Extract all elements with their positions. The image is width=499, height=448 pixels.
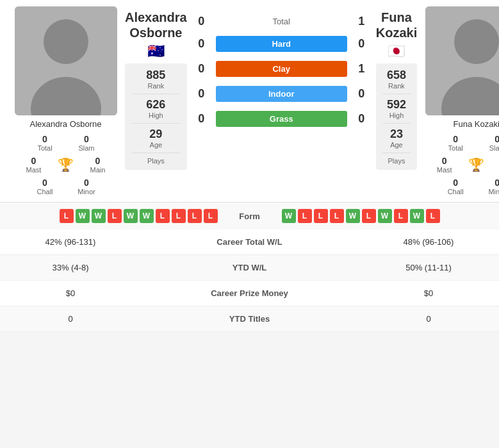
player1-main-value: 0 (95, 156, 101, 166)
player1-main-group: 0 Main (80, 156, 115, 174)
form-section: LWWLWWLLLL Form WLLLWLWLWL (0, 202, 499, 229)
ytd-wl-label: YTD W/L (141, 255, 358, 281)
form-badge-w: W (124, 209, 138, 223)
player1-age-item: 29 Age (149, 128, 162, 149)
player2-high-item: 592 High (387, 98, 406, 119)
stats-table: 42% (96-131) Career Total W/L 48% (96-10… (0, 229, 499, 332)
form-badge-l: L (60, 209, 74, 223)
total-label: Total (209, 17, 354, 26)
trophy1-icon: 🏆 (58, 157, 74, 172)
player1-high-label: High (146, 112, 165, 119)
player1-minor-group: 0 Minor (69, 178, 104, 195)
player2-slam-label: Slam (489, 144, 499, 152)
player1-avatar (15, 6, 117, 115)
player2-rank-label: Rank (387, 82, 406, 90)
player1-career-wl: 42% (96-131) (0, 229, 141, 255)
form-label: Form (224, 212, 275, 221)
form-badge-l: L (108, 209, 122, 223)
player1-rank-label: Rank (146, 82, 165, 90)
player1-stats: 0 Total 0 Slam 0 Mast 🏆 0 (6, 131, 125, 195)
player2-plays-label: Plays (388, 157, 405, 165)
player2-age-value: 23 (390, 128, 403, 141)
form-badge-l: L (156, 209, 170, 223)
form-badge-l: L (204, 209, 218, 223)
player1-slam-value: 0 (84, 134, 89, 144)
total-score-p2: 1 (354, 15, 370, 28)
player2-plays-item: Plays (388, 157, 405, 165)
form-badge-l: L (298, 209, 312, 223)
player1-flag: 🇦🇺 (147, 43, 165, 60)
form-badge-l: L (426, 209, 440, 223)
player1-age-value: 29 (149, 128, 162, 141)
player2-minor-group: 0 Minor (480, 178, 499, 195)
player2-chall-value: 0 (453, 178, 458, 188)
player2-name: Funa Kozaki (454, 119, 499, 129)
grass-badge: Grass (216, 111, 347, 127)
player1-name: Alexandra Osborne (29, 119, 101, 129)
player1-plays-item: Plays (147, 157, 165, 165)
player1-titles: 0 (0, 306, 141, 332)
player1-total-value: 0 (42, 134, 47, 144)
titles-row: 0 YTD Titles 0 (0, 306, 499, 332)
prize-row: $0 Career Prize Money $0 (0, 281, 499, 306)
divider2 (131, 123, 181, 124)
player1-middle: Alexandra Osborne 🇦🇺 885 Rank 626 High 2… (125, 6, 187, 195)
form-badge-w: W (76, 209, 90, 223)
grass-score-p2: 0 (354, 112, 370, 126)
player2-age-label: Age (390, 141, 403, 149)
player2-titles: 0 (358, 306, 499, 332)
player1-rank-value: 885 (146, 69, 165, 82)
player2-flag: 🇯🇵 (388, 43, 405, 60)
form-badge-l: L (394, 209, 408, 223)
hard-score-p2: 0 (354, 37, 370, 51)
total-score-p1: 0 (193, 15, 209, 28)
player2-career-wl: 48% (96-106) (358, 229, 499, 255)
player2-high-value: 592 (387, 98, 406, 112)
total-row: 0 Total 1 (187, 10, 376, 33)
form-badge-l: L (314, 209, 328, 223)
career-wl-row: 42% (96-131) Career Total W/L 48% (96-10… (0, 229, 499, 255)
divider3 (131, 153, 181, 153)
player2-total-value: 0 (453, 134, 458, 144)
trophy2-icon: 🏆 (468, 157, 484, 172)
player2-stats: 0 Total 0 Slam 0 Mast 🏆 0 (417, 131, 499, 195)
clay-score-p2: 1 (354, 62, 370, 76)
player1-slam-group: 0 Slam (69, 134, 104, 152)
career-wl-label: Career Total W/L (141, 229, 358, 255)
player1-minor-label: Minor (78, 188, 95, 195)
player1-minor-value: 0 (84, 178, 89, 188)
player1-plays-label: Plays (147, 157, 165, 165)
player2-mast-value: 0 (442, 156, 447, 166)
player1-total-label: Total (37, 144, 52, 152)
player2-ytd-wl: 50% (11-11) (358, 255, 499, 281)
center-column: 0 Total 1 0 Hard 0 0 Clay 1 0 Indoor 0 0 (187, 6, 376, 195)
player1-chall-label: Chall (37, 188, 53, 195)
player2-form-badges: WLLLWLWLWL (282, 209, 490, 223)
player1-chall-value: 0 (42, 178, 47, 188)
player2-minor-label: Minor (488, 188, 499, 195)
form-badge-w: W (410, 209, 424, 223)
prize-label: Career Prize Money (141, 281, 358, 306)
form-badge-w: W (282, 209, 296, 223)
form-badge-l: L (188, 209, 202, 223)
player1-slam-label: Slam (78, 144, 94, 152)
grass-row: 0 Grass 0 (187, 108, 376, 129)
player2-mast-group: 0 Mast (427, 156, 462, 174)
form-badge-l: L (330, 209, 344, 223)
divider4 (382, 94, 411, 94)
divider1 (131, 94, 181, 94)
clay-badge: Clay (216, 61, 347, 77)
player2-card: Funa Kozaki 0 Total 0 Slam 0 Mast (417, 6, 499, 195)
player2-slam-group: 0 Slam (480, 134, 499, 152)
form-badge-l: L (362, 209, 376, 223)
hard-score-p1: 0 (193, 37, 209, 51)
player1-high-item: 626 High (146, 98, 165, 119)
player2-stats-box: 658 Rank 592 High 23 Age Plays (376, 63, 417, 170)
divider5 (382, 123, 411, 124)
player1-ytd-wl: 33% (4-8) (0, 255, 141, 281)
titles-label: YTD Titles (141, 306, 358, 332)
hard-badge: Hard (216, 36, 347, 52)
player2-main-group: 0 Main (491, 156, 499, 174)
indoor-score-p2: 0 (354, 87, 370, 101)
form-badge-w: W (346, 209, 360, 223)
